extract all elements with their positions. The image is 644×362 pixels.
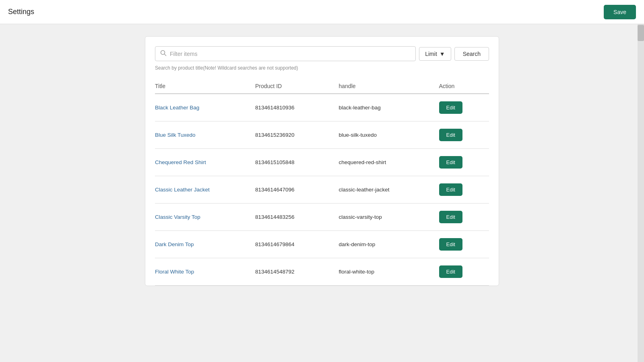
col-product-id: Product ID <box>255 79 339 94</box>
product-id-cell: 8134614483256 <box>255 204 339 231</box>
product-id-cell: 8134615236920 <box>255 121 339 149</box>
product-id-cell: 8134614647096 <box>255 176 339 204</box>
product-handle-cell: floral-white-top <box>339 258 439 286</box>
product-id-cell: 8134614810936 <box>255 94 339 121</box>
product-title-cell: Chequered Red Shirt <box>155 149 255 176</box>
product-handle-cell: dark-denim-top <box>339 231 439 258</box>
product-handle-cell: blue-silk-tuxedo <box>339 121 439 149</box>
search-hint: Search by product title(Note! Wildcard s… <box>155 65 489 71</box>
product-action-cell: Edit <box>439 94 489 121</box>
search-icon <box>160 50 167 58</box>
search-row: Limit ▼ Search <box>155 46 489 61</box>
table-row: Classic Leather Jacket8134614647096class… <box>155 176 489 204</box>
edit-button[interactable]: Edit <box>439 183 462 196</box>
limit-button[interactable]: Limit ▼ <box>419 47 451 61</box>
product-title-cell: Classic Leather Jacket <box>155 176 255 204</box>
product-title-cell: Blue Silk Tuxedo <box>155 121 255 149</box>
product-id-cell: 8134614548792 <box>255 258 339 286</box>
product-id-cell: 8134614679864 <box>255 231 339 258</box>
scrollbar[interactable] <box>638 24 644 298</box>
col-handle: handle <box>339 79 439 94</box>
search-input-wrapper <box>155 46 416 61</box>
product-handle-cell: classic-varsity-top <box>339 204 439 231</box>
edit-button[interactable]: Edit <box>439 265 462 278</box>
product-action-cell: Edit <box>439 204 489 231</box>
product-id-cell: 8134615105848 <box>255 149 339 176</box>
product-action-cell: Edit <box>439 176 489 204</box>
product-handle-cell: classic-leather-jacket <box>339 176 439 204</box>
product-title-cell: Classic Varsity Top <box>155 204 255 231</box>
header: Settings Save <box>0 0 644 24</box>
edit-button[interactable]: Edit <box>439 129 462 141</box>
edit-button[interactable]: Edit <box>439 101 462 114</box>
col-action: Action <box>439 79 489 94</box>
search-button[interactable]: Search <box>454 47 489 61</box>
table-row: Blue Silk Tuxedo8134615236920blue-silk-t… <box>155 121 489 149</box>
table-header-row: Title Product ID handle Action <box>155 79 489 94</box>
product-handle-cell: chequered-red-shirt <box>339 149 439 176</box>
table-row: Floral White Top8134614548792floral-whit… <box>155 258 489 286</box>
table-row: Black Leather Bag8134614810936black-leat… <box>155 94 489 121</box>
product-action-cell: Edit <box>439 258 489 286</box>
chevron-down-icon: ▼ <box>440 51 445 57</box>
product-action-cell: Edit <box>439 149 489 176</box>
edit-button[interactable]: Edit <box>439 156 462 169</box>
scrollbar-thumb <box>638 25 644 41</box>
product-handle-cell: black-leather-bag <box>339 94 439 121</box>
save-button[interactable]: Save <box>604 5 636 19</box>
product-title-cell: Black Leather Bag <box>155 94 255 121</box>
panel: Limit ▼ Search Search by product title(N… <box>145 36 499 286</box>
svg-line-1 <box>165 54 166 56</box>
edit-button[interactable]: Edit <box>439 211 462 223</box>
col-title: Title <box>155 79 255 94</box>
limit-label: Limit <box>425 51 437 57</box>
table-row: Classic Varsity Top8134614483256classic-… <box>155 204 489 231</box>
product-title-cell: Floral White Top <box>155 258 255 286</box>
search-input[interactable] <box>170 51 411 57</box>
product-action-cell: Edit <box>439 121 489 149</box>
table-row: Dark Denim Top8134614679864dark-denim-to… <box>155 231 489 258</box>
product-title-cell: Dark Denim Top <box>155 231 255 258</box>
page-title: Settings <box>8 8 34 16</box>
table-row: Chequered Red Shirt8134615105848chequere… <box>155 149 489 176</box>
main-content: Limit ▼ Search Search by product title(N… <box>0 24 644 298</box>
edit-button[interactable]: Edit <box>439 238 462 251</box>
product-table: Title Product ID handle Action Black Lea… <box>155 79 489 286</box>
product-action-cell: Edit <box>439 231 489 258</box>
